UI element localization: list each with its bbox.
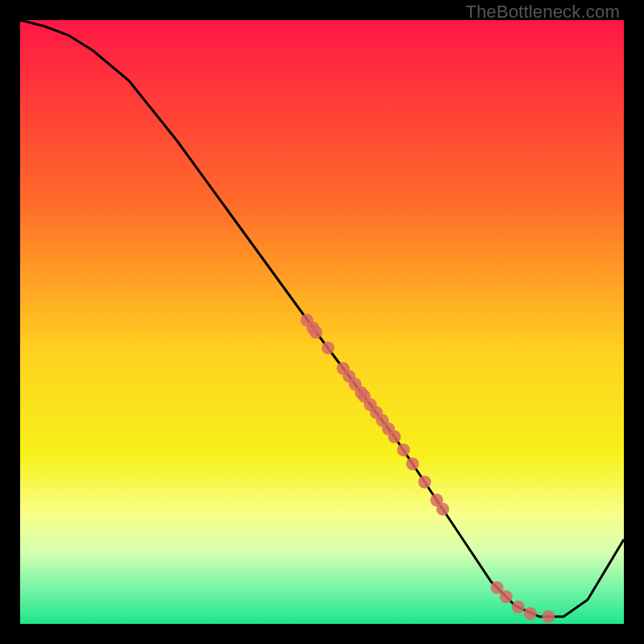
watermark-text: TheBottleneck.com bbox=[465, 2, 620, 23]
scatter-point bbox=[524, 607, 537, 620]
scatter-point bbox=[310, 326, 323, 339]
gradient-background bbox=[20, 20, 624, 624]
scatter-point bbox=[512, 601, 525, 613]
scatter-point bbox=[407, 457, 419, 470]
scatter-point bbox=[542, 610, 555, 623]
chart-frame bbox=[20, 20, 624, 624]
scatter-point bbox=[397, 444, 410, 456]
scatter-point bbox=[419, 476, 431, 489]
scatter-point bbox=[322, 341, 335, 354]
scatter-point bbox=[436, 503, 449, 516]
chart-svg bbox=[20, 20, 624, 624]
scatter-point bbox=[500, 590, 513, 603]
scatter-point bbox=[388, 431, 401, 444]
